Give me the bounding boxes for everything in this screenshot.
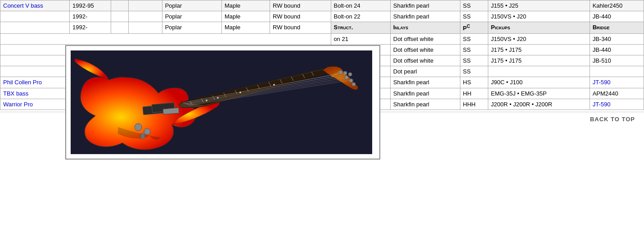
cell-bridge-header: Bridge bbox=[590, 22, 644, 34]
cell-pc: SS bbox=[460, 11, 488, 22]
cell-price bbox=[129, 22, 162, 34]
cell-pickups: J90C • J100 bbox=[488, 77, 590, 88]
cell-inlays: Dot offset white bbox=[390, 45, 460, 55]
svg-point-16 bbox=[273, 84, 275, 86]
page-wrapper: Concert V bass 1992-95 Poplar Maple RW b… bbox=[0, 0, 644, 251]
cell-bridge: Kahler2450 bbox=[590, 0, 644, 11]
cell-neck: Maple bbox=[221, 22, 270, 34]
cell-years: 1992-95 bbox=[70, 0, 111, 11]
cell-pc: SS bbox=[460, 66, 488, 77]
cell-bridge: APM2440 bbox=[590, 88, 644, 99]
svg-point-32 bbox=[135, 123, 142, 131]
svg-point-21 bbox=[343, 71, 347, 75]
guitar-image-box: Jackson bbox=[71, 50, 372, 154]
cell-inlays: Sharkfin pearl bbox=[390, 11, 460, 22]
cell-pickups: J150VS • J20 bbox=[488, 11, 590, 22]
jt590-link-1[interactable]: JT-590 bbox=[593, 79, 611, 86]
cell-price bbox=[129, 0, 162, 11]
cell-construct: on 21 bbox=[331, 34, 390, 45]
cell-bridge: JB-340 bbox=[590, 34, 644, 45]
cell-bridge bbox=[590, 66, 644, 77]
cell-pc-header: PC bbox=[460, 22, 488, 34]
cell-pickups bbox=[488, 66, 590, 77]
cell-pickups: J175 • J175 bbox=[488, 45, 590, 55]
phil-collen-pro-link[interactable]: Phil Collen Pro bbox=[3, 79, 42, 86]
warrior-pro-link[interactable]: Warrior Pro bbox=[3, 101, 33, 108]
cell-pickups-header: Pickups bbox=[488, 22, 590, 34]
table-row: Concert V bass 1992-95 Poplar Maple RW b… bbox=[0, 0, 644, 11]
cell-neck: Maple bbox=[221, 11, 270, 22]
back-to-top-link[interactable]: BACK TO TOP bbox=[590, 116, 635, 123]
cell-body: Poplar bbox=[162, 22, 221, 34]
cell-pickups: EMG-35J • EMG-35P bbox=[488, 88, 590, 99]
overlay-popup: Jackson bbox=[65, 45, 380, 160]
svg-point-18 bbox=[349, 79, 353, 82]
cell-pc: SS bbox=[460, 0, 488, 11]
table-row: 1992- Poplar Maple RW bound Struct. Inla… bbox=[0, 22, 644, 34]
cell-name bbox=[0, 11, 70, 22]
cell-pickups: J175 • J175 bbox=[488, 55, 590, 66]
svg-point-33 bbox=[144, 128, 150, 135]
cell-fboard: RW bound bbox=[270, 22, 331, 34]
cell-pc: SS bbox=[460, 45, 488, 55]
cell-body: Poplar bbox=[162, 11, 221, 22]
cell-name: Phil Collen Pro bbox=[0, 77, 70, 88]
svg-rect-31 bbox=[163, 108, 179, 114]
cell-pc: SS bbox=[460, 55, 488, 66]
cell-construct: Bolt-on 24 bbox=[331, 0, 390, 11]
cell-pc: SS bbox=[460, 34, 488, 45]
cell-name: Concert V bass bbox=[0, 0, 70, 11]
cell-body: Poplar bbox=[162, 0, 221, 11]
cell-inlays: Dot offset white bbox=[390, 34, 460, 45]
cell-info bbox=[111, 11, 128, 22]
cell-bridge: JB-510 bbox=[590, 55, 644, 66]
cell-pc: HHH bbox=[460, 99, 488, 110]
cell-fboard: RW bound bbox=[270, 0, 331, 11]
cell-inlays: Dot offset white bbox=[390, 55, 460, 66]
cell-inlays: Sharkfin pearl bbox=[390, 77, 460, 88]
jt590-link-2[interactable]: JT-590 bbox=[593, 101, 611, 108]
cell-years: 1992- bbox=[70, 22, 111, 34]
cell-inlays: Sharkfin pearl bbox=[390, 0, 460, 11]
cell-inlays: Dot pearl bbox=[390, 66, 460, 77]
cell-name bbox=[0, 22, 70, 34]
cell-neck: Maple bbox=[221, 0, 270, 11]
guitar-svg: Jackson bbox=[73, 53, 370, 152]
cell-fboard: RW bound bbox=[270, 11, 331, 22]
tbx-bass-link[interactable]: TBX bass bbox=[3, 90, 28, 97]
cell-construct: Bolt-on 22 bbox=[331, 11, 390, 22]
cell-pickups: J200R • J200R • J200R bbox=[488, 99, 590, 110]
cell-bridge: JB-440 bbox=[590, 45, 644, 55]
cell-pickups: J155 • J25 bbox=[488, 0, 590, 11]
table-row: on 21 Dot offset white SS J150VS • J20 J… bbox=[0, 34, 644, 45]
cell-price bbox=[129, 11, 162, 22]
concert-v-bass-link[interactable]: Concert V bass bbox=[3, 2, 43, 9]
svg-point-20 bbox=[348, 73, 352, 76]
svg-point-19 bbox=[352, 82, 356, 86]
cell-pc: HS bbox=[460, 77, 488, 88]
cell-inlays: Sharkfin pearl bbox=[390, 88, 460, 99]
cell-bridge: JT-590 bbox=[590, 99, 644, 110]
cell-pickups: J150VS • J20 bbox=[488, 34, 590, 45]
cell-construct-header: Struct. bbox=[331, 22, 390, 34]
cell-years: 1992- bbox=[70, 11, 111, 22]
table-row: 1992- Poplar Maple RW bound Bolt-on 22 S… bbox=[0, 11, 644, 22]
cell-name: Warrior Pro bbox=[0, 99, 70, 110]
cell-pc: HH bbox=[460, 88, 488, 99]
cell-info bbox=[111, 22, 128, 34]
cell-inlays-header: Inlays bbox=[390, 22, 460, 34]
cell-inlays: Sharkfin pearl bbox=[390, 99, 460, 110]
cell-info bbox=[111, 0, 128, 11]
cell-bridge: JB-440 bbox=[590, 11, 644, 22]
cell-bridge: JT-590 bbox=[590, 77, 644, 88]
cell-name: TBX bass bbox=[0, 88, 70, 99]
svg-point-15 bbox=[239, 91, 241, 93]
